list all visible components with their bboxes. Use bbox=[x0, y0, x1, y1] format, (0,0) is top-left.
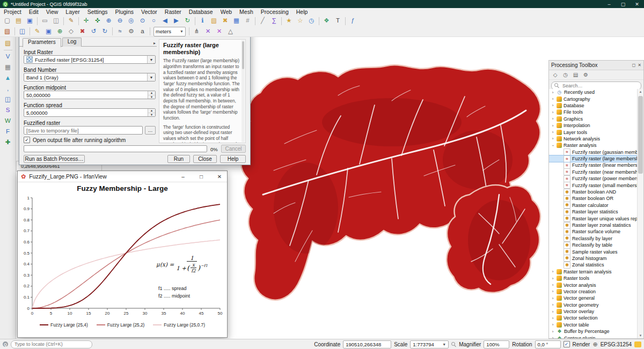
open-output-checkbox[interactable]: ✓ Open output file after running algorit… bbox=[24, 137, 126, 143]
expander-icon[interactable]: › bbox=[551, 283, 555, 287]
toolbox-item-raster-tools[interactable]: ›Raster tools bbox=[549, 275, 638, 281]
input-raster-combo[interactable]: Fuzzified raster [EPSG:31254] ▼ bbox=[24, 55, 156, 64]
irfanview-close-button[interactable]: ✕ bbox=[212, 171, 227, 182]
expander-icon[interactable]: › bbox=[551, 136, 555, 141]
field-calculator-icon[interactable]: # bbox=[243, 16, 253, 26]
tab-parameters[interactable]: Parameters bbox=[23, 38, 61, 47]
scale-combo[interactable]: 1:773794 ▼ bbox=[410, 340, 449, 348]
irfanview-minimize-button[interactable]: – bbox=[175, 171, 191, 182]
toolbox-item-fuzzify-raster-linear-membership[interactable]: ≈Fuzzify raster (linear membership) bbox=[549, 162, 638, 168]
save-project-icon[interactable]: ▣ bbox=[25, 16, 35, 26]
menu-plugins[interactable]: Plugins bbox=[112, 9, 137, 15]
toolbox-item-reclassify-by-layer[interactable]: ✱Reclassify by layer bbox=[549, 235, 638, 242]
layout-manager-icon[interactable]: ◫ bbox=[51, 16, 61, 26]
options-gear-icon[interactable]: ⚙ bbox=[582, 71, 590, 79]
crs-indicator[interactable]: EPSG:31254 bbox=[601, 341, 632, 347]
models-icon[interactable]: ◇ bbox=[551, 71, 559, 79]
statistical-summary-icon[interactable]: ∑ bbox=[269, 16, 279, 26]
cancel-button[interactable]: Cancel bbox=[221, 145, 246, 153]
add-mesh-layer-icon[interactable]: ▲ bbox=[3, 73, 13, 83]
data-source-manager-icon[interactable]: ▧ bbox=[2, 27, 12, 36]
show-bookmarks-icon[interactable]: ☆ bbox=[295, 16, 305, 26]
output-file-field[interactable]: [Save to temporary file] bbox=[24, 126, 143, 135]
menu-edit[interactable]: Edit bbox=[25, 9, 42, 15]
menu-mesh[interactable]: Mesh bbox=[236, 9, 257, 15]
function-spread-spinbox[interactable]: 5,000000 ▲▼ bbox=[24, 108, 156, 117]
toolbox-item-vector-selection[interactable]: ›Vector selection bbox=[549, 315, 638, 321]
toolbox-item-fuzzify-raster-small-membership[interactable]: ≈Fuzzify raster (small membership) bbox=[549, 182, 638, 188]
rotation-value[interactable]: 0,0 ° bbox=[535, 340, 561, 348]
new-project-icon[interactable]: ▢ bbox=[2, 16, 12, 26]
undo-icon[interactable]: ↺ bbox=[89, 27, 99, 36]
add-vector-layer-icon[interactable]: V bbox=[3, 52, 13, 62]
menu-view[interactable]: View bbox=[42, 9, 62, 15]
panel-close-icon[interactable]: ✕ bbox=[638, 63, 641, 68]
toolbox-item-raster-analysis[interactable]: ›Raster analysis bbox=[549, 142, 638, 148]
toolbox-item-vector-creation[interactable]: ›Vector creation bbox=[549, 288, 638, 295]
add-wfs-layer-icon[interactable]: F bbox=[3, 127, 13, 137]
toolbox-item-raster-calculator[interactable]: ✱Raster calculator bbox=[549, 202, 638, 209]
delete-selected-icon[interactable]: ✖ bbox=[77, 27, 87, 36]
zoom-last-icon[interactable]: ◀ bbox=[160, 16, 170, 26]
dropdown-arrow-icon[interactable]: ▼ bbox=[147, 56, 155, 63]
expander-icon[interactable]: › bbox=[551, 336, 555, 338]
spin-up-icon[interactable]: ▲ bbox=[148, 109, 155, 113]
toolbox-item-raster-terrain-analysis[interactable]: ›Raster terrain analysis bbox=[549, 269, 638, 275]
toolbox-item-cartography[interactable]: ›Cartography bbox=[549, 95, 638, 102]
zoom-out-icon[interactable]: ⊖ bbox=[115, 16, 125, 26]
window-minimize-button[interactable]: – bbox=[602, 0, 616, 8]
expander-icon[interactable]: › bbox=[551, 302, 555, 307]
zoom-next-icon[interactable]: ▶ bbox=[171, 16, 181, 26]
temporal-controller-icon[interactable]: ◷ bbox=[306, 16, 317, 26]
vertex-tool-icon[interactable]: ◇ bbox=[66, 27, 76, 36]
expander-icon[interactable]: › bbox=[551, 103, 555, 108]
measure-line-icon[interactable]: ╱ bbox=[258, 16, 268, 26]
menu-web[interactable]: Web bbox=[217, 9, 236, 15]
add-raster-layer-icon[interactable]: ▦ bbox=[3, 63, 13, 72]
tab-log[interactable]: Log bbox=[62, 38, 82, 47]
expander-icon[interactable]: › bbox=[551, 289, 555, 294]
help-button[interactable]: Help bbox=[220, 155, 246, 163]
toolbox-item-interpolation[interactable]: ›Interpolation bbox=[549, 122, 638, 129]
render-checkbox[interactable]: ✓ bbox=[564, 341, 570, 347]
dropdown-arrow-icon[interactable]: ▼ bbox=[442, 343, 446, 346]
menu-layer[interactable]: Layer bbox=[62, 9, 83, 15]
label-options-icon[interactable]: a bbox=[137, 27, 148, 36]
menu-help[interactable]: Help bbox=[292, 9, 312, 15]
history-icon[interactable]: ◷ bbox=[561, 71, 569, 79]
band-number-combo[interactable]: Band 1 (Gray) ▼ bbox=[24, 73, 156, 81]
toolbox-scrollbar[interactable]: ▲ ▼ bbox=[637, 89, 643, 338]
snapping-icon[interactable]: ⋔ bbox=[192, 27, 202, 36]
data-source-manager-icon[interactable]: ▧ bbox=[3, 39, 13, 48]
pan-to-selection-icon[interactable]: ✜ bbox=[92, 16, 103, 26]
expander-icon[interactable]: › bbox=[551, 316, 555, 321]
toolbox-item-database[interactable]: ›Database bbox=[549, 102, 638, 109]
run-as-batch-button[interactable]: Run as Batch Process… bbox=[24, 155, 85, 163]
toolbox-item-layer-tools[interactable]: ›Layer tools bbox=[549, 129, 638, 135]
results-viewer-icon[interactable]: ▤ bbox=[572, 71, 580, 79]
toolbox-item-network-analysis[interactable]: ›Network analysis bbox=[549, 136, 638, 142]
panel-float-icon[interactable]: ◻ bbox=[632, 63, 636, 68]
toolbox-item-vector-analysis[interactable]: ›Vector analysis bbox=[549, 281, 638, 288]
toggle-editing-icon[interactable]: ✎ bbox=[32, 27, 42, 36]
new-bookmark-icon[interactable]: ★ bbox=[284, 16, 294, 26]
map-tips-icon[interactable]: ❖ bbox=[321, 16, 332, 26]
add-delimited-text-icon[interactable]: , bbox=[3, 84, 13, 94]
new-shapefile-icon[interactable]: ✚ bbox=[3, 138, 13, 147]
expander-icon[interactable]: › bbox=[551, 329, 555, 334]
toolbox-item-contour-plugin[interactable]: ›❖Contour plugin bbox=[549, 335, 638, 338]
debugging-tools-icon[interactable]: ≈ bbox=[115, 27, 125, 36]
spin-down-icon[interactable]: ▼ bbox=[148, 95, 155, 99]
new-print-layout-icon[interactable]: ▭ bbox=[40, 16, 50, 26]
add-spatialite-layer-icon[interactable]: S bbox=[3, 106, 13, 115]
dropdown-arrow-icon[interactable]: ▼ bbox=[147, 73, 155, 81]
menu-raster[interactable]: Raster bbox=[161, 9, 185, 15]
expander-icon[interactable]: › bbox=[551, 276, 555, 281]
avoid-intersection-icon[interactable]: ✕ bbox=[214, 27, 224, 36]
irfanview-maximize-button[interactable]: □ bbox=[194, 171, 209, 182]
add-postgis-layer-icon[interactable]: ◫ bbox=[3, 95, 13, 105]
toolbox-item-raster-layer-zonal-statistics[interactable]: ✱Raster layer zonal statistics bbox=[549, 222, 638, 228]
zoom-to-selection-icon[interactable]: ⊙ bbox=[137, 16, 148, 26]
function-midpoint-spinbox[interactable]: 50,000000 ▲▼ bbox=[24, 91, 156, 99]
toolbox-item-fuzzify-raster-large-membership[interactable]: ≈Fuzzify raster (large membership) bbox=[549, 155, 638, 162]
